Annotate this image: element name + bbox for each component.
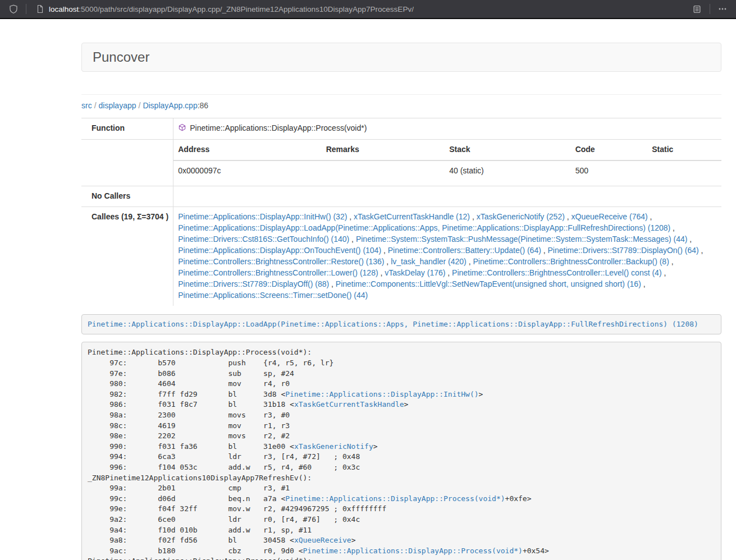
divider bbox=[81, 94, 721, 95]
overflow-menu-button[interactable] bbox=[715, 1, 730, 17]
callee-link[interactable]: Pinetime::Applications::DisplayApp::Load… bbox=[178, 223, 670, 232]
static-value bbox=[647, 160, 721, 181]
breadcrumb-separator: / bbox=[139, 101, 141, 110]
no-callers-row: No Callers bbox=[81, 186, 721, 206]
url-host: localhost bbox=[49, 5, 79, 13]
code-line: 9ac: b180 cbz r0, 9d0 <Pinetime::Applica… bbox=[88, 546, 715, 557]
callee-separator: , bbox=[565, 212, 572, 221]
cube-icon bbox=[178, 123, 186, 132]
details-values-row: 0x0000097c 40 (static) 500 bbox=[173, 160, 721, 181]
code-symbol-link[interactable]: Pinetime::Applications::DisplayApp::Proc… bbox=[285, 494, 505, 503]
browser-toolbar: localhost:5000/path/src/displayapp/Displ… bbox=[0, 0, 736, 19]
callee-link[interactable]: xTaskGenericNotify (252) bbox=[477, 212, 565, 221]
tracking-protection-button[interactable] bbox=[6, 1, 21, 17]
page-title: Puncover bbox=[93, 49, 149, 65]
code-symbol-link[interactable]: xTaskGetCurrentTaskHandle bbox=[294, 400, 404, 408]
function-name: Pinetime::Applications::DisplayApp::Proc… bbox=[190, 123, 367, 134]
callee-separator: , bbox=[470, 212, 477, 221]
page-container: Puncover src/displayapp/DisplayApp.cpp:8… bbox=[81, 43, 721, 560]
callee-link[interactable]: Pinetime::Drivers::Cst816S::GetTouchInfo… bbox=[178, 235, 349, 244]
callee-link[interactable]: Pinetime::System::SystemTask::PushMessag… bbox=[356, 235, 688, 244]
details-label-empty bbox=[81, 139, 173, 186]
symbol-table: Function Pinetime::Applications::Display… bbox=[81, 118, 721, 306]
column-code: Code bbox=[571, 140, 648, 160]
callee-link[interactable]: vTaskDelay (176) bbox=[385, 268, 445, 277]
callee-separator: , bbox=[381, 246, 388, 255]
callee-separator: , bbox=[349, 235, 356, 244]
code-line: 9a4: f10d 010b add.w r1, sp, #11 bbox=[88, 525, 715, 536]
code-symbol-link[interactable]: Pinetime::Applications::DisplayApp::Proc… bbox=[303, 547, 523, 555]
toolbar-separator bbox=[26, 4, 26, 14]
url-text: localhost:5000/path/src/displayapp/Displ… bbox=[49, 5, 414, 13]
details-row: Address Remarks Stack Code Static 0x0000… bbox=[81, 139, 721, 186]
callees-list: Pinetime::Applications::DisplayApp::Init… bbox=[173, 206, 721, 305]
code-line: 99e: f04f 32ff mov.w r2, #4294967295 ; 0… bbox=[88, 504, 715, 515]
code-symbol-link[interactable]: xTaskGenericNotify bbox=[294, 442, 373, 451]
code-line: 9a8: f02f fd56 bl 30458 <xQueueReceive> bbox=[88, 535, 715, 546]
callee-link[interactable]: Pinetime::Controllers::BrightnessControl… bbox=[178, 257, 384, 266]
code-line: _ZN8Pinetime12Applications10DisplayApp7R… bbox=[88, 473, 715, 484]
breadcrumb-link-displayapp[interactable]: displayapp bbox=[99, 101, 136, 110]
reader-view-button[interactable] bbox=[689, 1, 705, 17]
callee-link[interactable]: Pinetime::Drivers::St7789::DisplayOn() (… bbox=[548, 246, 699, 255]
callees-row: Callees (19, Σ=3704 ) Pinetime::Applicat… bbox=[81, 206, 721, 305]
callee-link[interactable]: Pinetime::Controllers::Battery::Update()… bbox=[388, 246, 541, 255]
code-line: 98c: 4619 mov r1, r3 bbox=[88, 421, 715, 432]
url-bar[interactable]: localhost:5000/path/src/displayapp/Displ… bbox=[31, 1, 689, 17]
code-symbol-link[interactable]: xQueueReceive bbox=[294, 536, 351, 544]
breadcrumb: src/displayapp/DisplayApp.cpp:86 bbox=[81, 101, 721, 110]
callee-link[interactable]: Pinetime::Controllers::BrightnessControl… bbox=[473, 257, 669, 266]
code-line: 980: 4604 mov r4, r0 bbox=[88, 379, 715, 389]
stack-value: 40 (static) bbox=[445, 160, 570, 181]
breadcrumb-link-src[interactable]: src bbox=[81, 101, 92, 110]
highlighted-symbol-link[interactable]: Pinetime::Applications::DisplayApp::Load… bbox=[88, 320, 698, 328]
callee-link[interactable]: xTaskGetCurrentTaskHandle (12) bbox=[354, 212, 470, 221]
callee-separator: , bbox=[378, 268, 385, 277]
function-row: Function Pinetime::Applications::Display… bbox=[81, 118, 721, 140]
callee-link[interactable]: Pinetime::Controllers::BrightnessControl… bbox=[452, 268, 661, 277]
callee-link[interactable]: Pinetime::Drivers::St7789::DisplayOff() … bbox=[178, 279, 329, 288]
url-path: :5000/path/src/displayapp/DisplayApp.cpp… bbox=[79, 5, 414, 13]
highlighted-symbol-block: Pinetime::Applications::DisplayApp::Load… bbox=[81, 314, 721, 335]
callee-separator: , bbox=[669, 257, 674, 266]
app-header-panel: Puncover bbox=[81, 43, 721, 72]
callee-separator: , bbox=[329, 279, 336, 288]
code-symbol-link[interactable]: Pinetime::Applications::DisplayApp::Init… bbox=[285, 390, 478, 398]
more-options-icon bbox=[718, 4, 727, 13]
callee-link[interactable]: Pinetime::Components::LittleVgl::SetNewT… bbox=[336, 279, 641, 288]
callee-separator: , bbox=[670, 223, 675, 232]
callee-link[interactable]: lv_task_handler (420) bbox=[391, 257, 467, 266]
code-line: 990: f031 fa36 bl 31e00 <xTaskGenericNot… bbox=[88, 442, 715, 452]
code-line: 99a: 2b01 cmp r3, #1 bbox=[88, 483, 715, 494]
code-line: 994: 6ca3 ldr r3, [r4, #72] ; 0x48 bbox=[88, 452, 715, 462]
remarks-value bbox=[322, 160, 445, 181]
callee-link[interactable]: Pinetime::Applications::DisplayApp::Init… bbox=[178, 212, 347, 221]
no-callers-label: No Callers bbox=[81, 186, 173, 206]
code-line: Pinetime::Applications::DisplayApp::Proc… bbox=[88, 556, 715, 560]
function-type-icon-wrap bbox=[178, 123, 186, 135]
callee-separator: , bbox=[467, 257, 473, 266]
callee-link[interactable]: xQueueReceive (764) bbox=[572, 212, 648, 221]
callee-separator: , bbox=[445, 268, 452, 277]
column-address: Address bbox=[173, 140, 321, 160]
code-line: Pinetime::Applications::DisplayApp::Proc… bbox=[88, 347, 715, 358]
callee-link[interactable]: Pinetime::Applications::Screens::Timer::… bbox=[178, 291, 368, 300]
shield-icon bbox=[9, 4, 18, 13]
callee-link[interactable]: Pinetime::Controllers::BrightnessControl… bbox=[178, 268, 378, 277]
function-label: Function bbox=[81, 118, 173, 140]
toolbar-separator bbox=[710, 4, 710, 14]
code-line: 9a2: 6ce0 ldr r0, [r4, #76] ; 0x4c bbox=[88, 515, 715, 525]
code-line: 98a: 2300 movs r3, #0 bbox=[88, 410, 715, 421]
code-line: 982: f7ff fd29 bl 3d8 <Pinetime::Applica… bbox=[88, 389, 715, 400]
callee-separator: , bbox=[699, 246, 703, 255]
code-line: 986: f031 f8c7 bl 31b18 <xTaskGetCurrent… bbox=[88, 400, 715, 410]
breadcrumb-link-file[interactable]: DisplayApp.cpp bbox=[143, 101, 197, 110]
address-value: 0x0000097c bbox=[173, 160, 321, 181]
callee-link[interactable]: Pinetime::Applications::DisplayApp::OnTo… bbox=[178, 246, 381, 255]
callee-separator: , bbox=[641, 279, 646, 288]
callee-separator: , bbox=[384, 257, 391, 266]
screen: localhost:5000/path/src/displayapp/Displ… bbox=[0, 0, 736, 560]
details-header-row: Address Remarks Stack Code Static bbox=[173, 140, 721, 160]
callee-separator: , bbox=[687, 235, 692, 244]
callee-separator: , bbox=[648, 212, 652, 221]
